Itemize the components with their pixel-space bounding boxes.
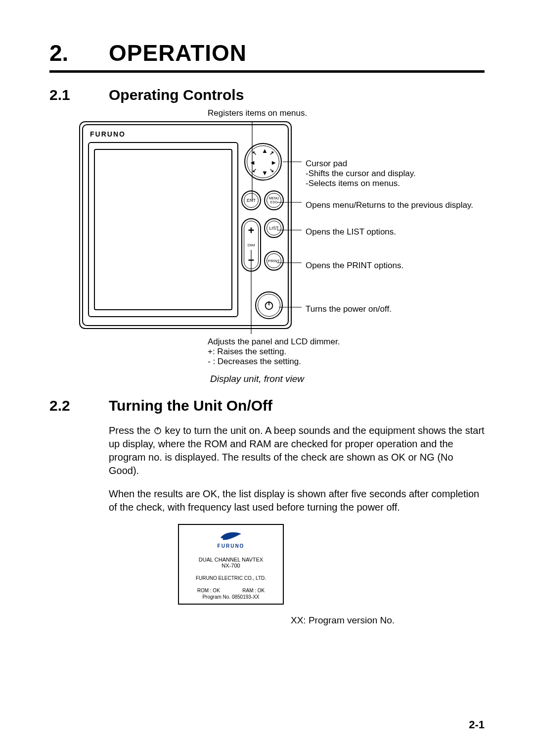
power-icon: [264, 300, 274, 311]
manual-page: 2. OPERATION 2.1 Operating Controls Regi…: [0, 0, 534, 756]
body-text: Press the: [109, 425, 153, 436]
dim-rocker[interactable]: + DIM −: [241, 218, 261, 272]
startup-model: NX-700: [179, 563, 283, 568]
startup-figure: FURUNO DUAL CHANNEL NAVTEX NX-700 FURUNO…: [178, 524, 435, 605]
arrow-diag-icon: ↖: [252, 150, 257, 156]
callout-text: -Selects items on menus.: [306, 179, 416, 189]
chapter-number: 2.: [49, 40, 109, 66]
ent-label: ENT: [247, 198, 256, 203]
section-number: 2.2: [49, 397, 109, 414]
callout-text: -Shifts the cursor and display.: [306, 169, 416, 179]
startup-brand: FURUNO: [179, 543, 283, 549]
callout-text: - : Decreases the setting.: [208, 357, 485, 367]
list-label: LIST: [269, 226, 278, 231]
paragraph: When the results are OK, the list displa…: [109, 487, 485, 514]
callout-print: Opens the PRINT options.: [306, 261, 403, 271]
startup-logo: FURUNO: [179, 525, 283, 552]
startup-romram: ROM : OK RAM : OK: [179, 588, 283, 593]
section-heading-2-2: 2.2 Turning the Unit On/Off: [49, 397, 485, 414]
callout-ent: Registers items on menus.: [208, 108, 485, 118]
rom-status: ROM : OK: [197, 588, 220, 593]
arrow-diag-icon: ↙: [252, 167, 257, 174]
chapter-title: OPERATION: [109, 40, 247, 66]
section-number: 2.1: [49, 87, 109, 103]
startup-title: DUAL CHANNEL NAVTEX NX-700: [179, 552, 283, 575]
paragraph: Press the key to turn the unit on. A bee…: [109, 424, 485, 477]
startup-screen: FURUNO DUAL CHANNEL NAVTEX NX-700 FURUNO…: [178, 524, 284, 605]
callout-dim: Adjusts the panel and LCD dimmer. +: Rai…: [208, 337, 485, 367]
fish-icon: [179, 531, 283, 543]
device-front-view: FURUNO ▲ ▼ ◄ ► ↖ ↗ ↙ ↘ ENT: [79, 121, 292, 329]
callout-text: Opens the PRINT options.: [306, 261, 403, 270]
ram-status: RAM : OK: [242, 588, 265, 593]
callout-text: Opens the LIST options.: [306, 227, 396, 236]
print-button[interactable]: PRINT: [264, 251, 284, 271]
list-button[interactable]: LIST: [264, 218, 284, 238]
callout-text: Turns the power on/off.: [306, 304, 392, 314]
panel-diagram: FURUNO ▲ ▼ ◄ ► ↖ ↗ ↙ ↘ ENT: [79, 121, 485, 334]
arrow-diag-icon: ↗: [269, 150, 274, 156]
heading-rule: [49, 70, 485, 73]
dim-label: DIM: [242, 243, 260, 247]
brand-label: FURUNO: [90, 130, 126, 138]
plus-icon: +: [242, 224, 260, 237]
figure-caption: Display unit, front view: [30, 374, 485, 384]
arrow-down-icon: ▼: [262, 169, 268, 177]
print-label: PRINT: [268, 259, 280, 263]
callout-list: Opens the LIST options.: [306, 227, 396, 237]
cursor-pad[interactable]: ▲ ▼ ◄ ► ↖ ↗ ↙ ↘: [244, 143, 282, 181]
arrow-left-icon: ◄: [249, 159, 256, 166]
section-title: Turning the Unit On/Off: [109, 397, 272, 414]
svg-point-7: [266, 302, 273, 310]
arrow-right-icon: ►: [270, 159, 277, 166]
callout-power: Turns the power on/off.: [306, 304, 392, 314]
arrow-diag-icon: ↘: [269, 167, 274, 174]
menu-label: MENU ESC: [269, 196, 279, 204]
body-paragraphs: Press the key to turn the unit on. A bee…: [109, 424, 485, 514]
callout-menu: Opens menu/Returns to the previous displ…: [306, 200, 473, 210]
callout-text: Adjusts the panel and LCD dimmer.: [208, 337, 485, 347]
callout-cursor-pad: Cursor pad -Shifts the cursor and displa…: [306, 159, 416, 189]
control-column: ▲ ▼ ◄ ► ↖ ↗ ↙ ↘ ENT MENU ESC: [239, 143, 285, 323]
minus-icon: −: [242, 254, 260, 267]
callout-text: Cursor pad: [306, 159, 416, 169]
section-heading-2-1: 2.1 Operating Controls: [49, 87, 485, 103]
callout-text: Opens menu/Returns to the previous displ…: [306, 200, 473, 210]
ent-button[interactable]: ENT: [241, 190, 261, 210]
arrow-up-icon: ▲: [262, 147, 268, 154]
callout-text: +: Raises the setting.: [208, 347, 485, 357]
menu-label-bot: ESC: [270, 200, 277, 204]
startup-company: FURUNO ELECTRIC CO., LTD.: [179, 575, 283, 588]
menu-esc-button[interactable]: MENU ESC: [264, 190, 284, 210]
startup-title-line: DUAL CHANNEL NAVTEX: [179, 557, 283, 563]
screen: [94, 149, 232, 310]
body-text: key to turn the unit on. A beep sounds a…: [109, 425, 485, 476]
startup-program-no: Program No. 0850193-XX: [179, 593, 283, 604]
menu-label-top: MENU: [269, 196, 279, 200]
page-number: 2-1: [469, 718, 485, 731]
chapter-heading: 2. OPERATION: [49, 40, 485, 66]
section-title: Operating Controls: [109, 87, 244, 103]
power-icon: [153, 426, 162, 435]
startup-note: XX: Program version No.: [291, 615, 395, 626]
power-button[interactable]: [255, 291, 283, 319]
